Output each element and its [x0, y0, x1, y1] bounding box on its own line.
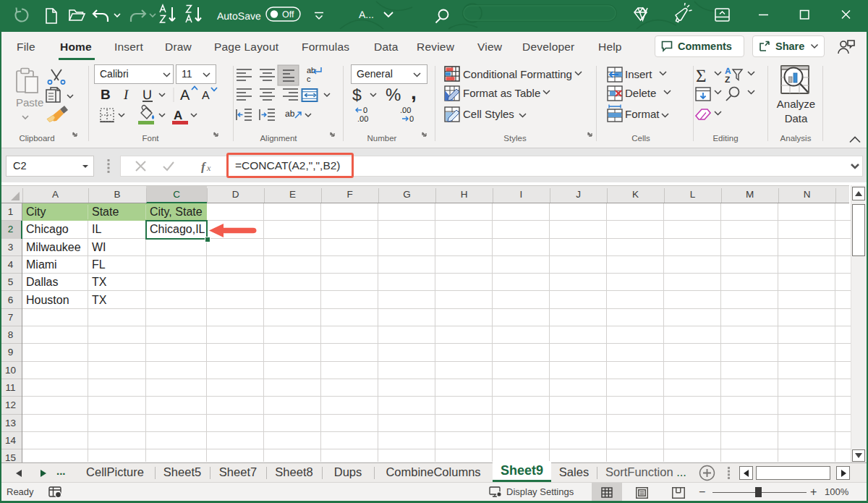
svg-text:I: I [123, 88, 129, 103]
svg-text:B: B [101, 88, 111, 103]
svg-text:ab: ab [285, 109, 295, 119]
svg-text:f: f [201, 160, 207, 173]
svg-text:A...: A... [359, 9, 374, 20]
svg-text:A: A [174, 109, 182, 122]
svg-text:AutoSave: AutoSave [217, 10, 261, 22]
svg-text:0: 0 [363, 106, 367, 115]
svg-text:x: x [206, 163, 211, 173]
svg-text:A: A [180, 88, 190, 103]
svg-text:$: $ [352, 85, 362, 104]
svg-text:Z: Z [725, 75, 730, 85]
svg-text:.00: .00 [400, 106, 411, 115]
svg-text:A: A [202, 90, 210, 102]
svg-text:c: c [307, 75, 311, 84]
svg-text:%: % [386, 85, 401, 105]
svg-text:,: , [411, 81, 417, 103]
svg-text:Σ: Σ [696, 67, 707, 86]
svg-text:.00: .00 [357, 115, 368, 124]
svg-text:U: U [142, 88, 152, 102]
svg-text:Off: Off [282, 9, 294, 20]
svg-text:0: 0 [409, 115, 414, 124]
